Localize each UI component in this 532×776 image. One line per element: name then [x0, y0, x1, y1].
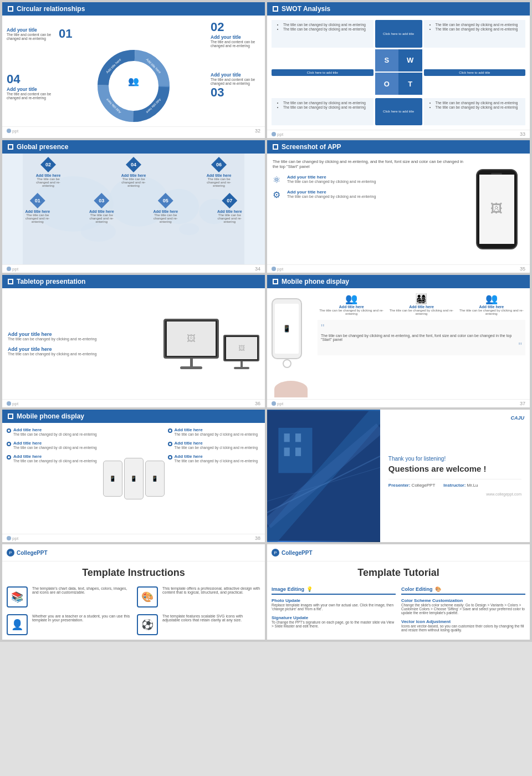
- tabletop-desc-2: The title can be changed by clicking and…: [8, 352, 158, 356]
- node-title-4: Add title here: [121, 173, 146, 177]
- instr-text-2: This template offers a professional, att…: [162, 586, 260, 594]
- instr-text-1: The template's chart data, text, shapes,…: [32, 586, 130, 594]
- page-num-2: 33: [520, 131, 525, 137]
- circ-title-2: Add your title: [211, 34, 260, 40]
- slide-title-tabletop: Tabletop presentation: [17, 278, 85, 285]
- swot-btn-left[interactable]: Click here to add title: [272, 69, 374, 76]
- svg-rect-23: [295, 433, 301, 442]
- thankyou-logo-text: CAJU: [510, 415, 524, 421]
- instructions-title: Template Instructions: [2, 567, 265, 579]
- footer-brand-5: ppt: [12, 401, 18, 406]
- circ-desc-4: The title and content can be changed and…: [7, 92, 57, 100]
- tutorial-sub-desc-2-1: Change the slide's color scheme easily: …: [401, 603, 525, 615]
- mobile-quote-text: The title can be changed by clicking and…: [321, 334, 522, 341]
- slide-title-global: Global presence: [17, 143, 68, 151]
- swot-topleft: The title can be changed by clicking and…: [272, 20, 374, 48]
- monitor-small: 🖼: [223, 335, 259, 369]
- circ-item-1: Add your title The title and content can…: [7, 27, 57, 40]
- instr-item-1: 📚 The template's chart data, text, shape…: [7, 586, 130, 607]
- swot-btn-top[interactable]: Click here to add title: [375, 20, 422, 48]
- svg-text:👥: 👥: [128, 76, 139, 86]
- node-desc-4: The title can be changed and re-entering: [119, 177, 149, 187]
- tutorial-logo-text: CollegePPT: [282, 550, 313, 556]
- monitor-base-large: [180, 366, 202, 369]
- m2-rcontent-1: Add title here The title can be changed …: [175, 427, 258, 436]
- tabletop-body: Add your title here The title can be cha…: [2, 288, 265, 399]
- footer-brand-3: ppt: [12, 267, 18, 272]
- m2-item-1: Add title here The title can be changed …: [7, 427, 100, 436]
- app-body: The title can be changed by clicking and…: [267, 154, 530, 264]
- tutorial-title-area: Template Tutorial: [267, 561, 530, 582]
- swot-t: T: [398, 73, 422, 95]
- hand-silhouette: [274, 381, 308, 397]
- svg-rect-25: [295, 448, 301, 456]
- tutorial-sec-title-1: Image Editing 💡: [272, 586, 396, 595]
- circ-svg: 👥 Add title here Add title here Add titl…: [98, 50, 170, 122]
- svg-point-17: [179, 223, 199, 235]
- slide-instructions: P CollegePPT Template Instructions 📚 The…: [2, 544, 265, 640]
- tutorial-sec-label-2: Color Editing: [401, 586, 433, 592]
- node-num-3: 03: [94, 193, 109, 208]
- swot-btn-right[interactable]: Click here to add title: [424, 69, 526, 76]
- swot-btn-bottom[interactable]: Click here to add title: [375, 98, 422, 126]
- monitors-container: 🖼 🖼: [163, 319, 259, 369]
- slide-footer-3: ppt 34: [2, 264, 265, 273]
- instr-icon-3: 👤: [7, 614, 28, 635]
- circ-diagram: 👥 Add title here Add title here Add titl…: [59, 50, 208, 122]
- global-node-4: 04 Add title here The title can be chang…: [119, 157, 149, 187]
- page-num-1: 32: [255, 128, 260, 134]
- circ-num-2: 02: [211, 20, 224, 34]
- iphone-button: [283, 359, 291, 368]
- app-feature-1: ⚛ Add your title here The title can be c…: [273, 175, 463, 185]
- mobile-feat-2: 👨‍👩‍👧‍👦 Add title here The title can be …: [387, 293, 455, 315]
- tutorial-sub-1-2: Signature Update To change the PPT's sig…: [272, 615, 396, 628]
- m2-ritem-1: Add title here The title can be changed …: [168, 427, 261, 436]
- tutorial-sub-title-2-1: Color Scheme Customization: [401, 598, 525, 603]
- slide-tutorial: P CollegePPT Template Tutorial Image Edi…: [267, 544, 530, 640]
- instructions-title-area: Template Instructions: [2, 561, 265, 582]
- m2-rdesc-1: The title can be changed by cl icking an…: [175, 432, 258, 436]
- tutorial-sec-label-1: Image Editing: [272, 586, 304, 592]
- slide-title-swot: SWOT Analysis: [282, 5, 330, 13]
- m2-dot-3: [7, 455, 11, 460]
- swot-item-tl-1: The title can be changed by clicking and…: [283, 23, 371, 27]
- slide-header-tabletop: Tabletop presentation: [2, 275, 265, 288]
- node-num-4: 04: [126, 157, 141, 172]
- svg-point-5: [114, 67, 153, 105]
- caju-logo: CAJU: [510, 415, 524, 421]
- footer-logo-7: ppt: [7, 536, 18, 541]
- circ-item-4-header: 04 Add your title The title and content …: [7, 72, 57, 100]
- tutorial-section-1: Image Editing 💡 Photo Update Replace tem…: [272, 586, 396, 632]
- footer-dot-5: [7, 401, 11, 406]
- swot-item-tl-2: The title can be changed by clicking and…: [283, 27, 371, 31]
- instr-icon-1: 📚: [7, 586, 28, 607]
- node-title-6: Add title here: [207, 173, 232, 177]
- tabletop-left: Add your title here The title can be cha…: [8, 331, 158, 356]
- slide-title-mobile2: Mobile phone display: [17, 412, 84, 420]
- m2-content-2: Add title here The title can be changed …: [13, 441, 97, 450]
- circ-num-1: 01: [59, 27, 72, 41]
- tutorial-sub-title-2-2: Vector Icon Adjustment: [401, 619, 525, 624]
- m2-rdot-1: [168, 428, 172, 433]
- swot-w: W: [398, 49, 422, 72]
- instructor-name: Mr.Lu: [467, 483, 478, 488]
- checkbox-icon-5: [8, 279, 13, 284]
- slide-header-global: Global presence: [2, 140, 265, 154]
- mobile-feat-3: 👥 Add title here The title can be change…: [458, 293, 525, 315]
- m2-rcontent-3: Add title here The title can be changed …: [175, 454, 258, 463]
- slide-header-app: Screenshot of APP: [267, 140, 530, 154]
- presenter-name: CollegePPT: [412, 483, 436, 488]
- node-num-2: 02: [40, 157, 56, 172]
- circ-title-3: Add your title: [211, 72, 260, 78]
- swot-midright: Click here to add title: [424, 49, 526, 96]
- instr-text-3: Whether you are a teacher or a student, …: [32, 614, 130, 622]
- circ-item-2-header: 02 Add your title The title and content …: [211, 20, 260, 48]
- footer-logo-1: ppt: [7, 129, 18, 134]
- monitor-display-large: 🖼: [167, 321, 216, 356]
- samsung-mockup: 🖼: [476, 169, 518, 249]
- node-desc-6: The title can be changed and re-entering: [204, 177, 234, 187]
- app-feature-1-content: Add your title here The title can be cha…: [287, 175, 376, 183]
- tutorial-section-2: Color Editing 🎨 Color Scheme Customizati…: [401, 586, 525, 632]
- checkbox-icon: [8, 6, 13, 12]
- tutorial-grid: Image Editing 💡 Photo Update Replace tem…: [267, 582, 530, 636]
